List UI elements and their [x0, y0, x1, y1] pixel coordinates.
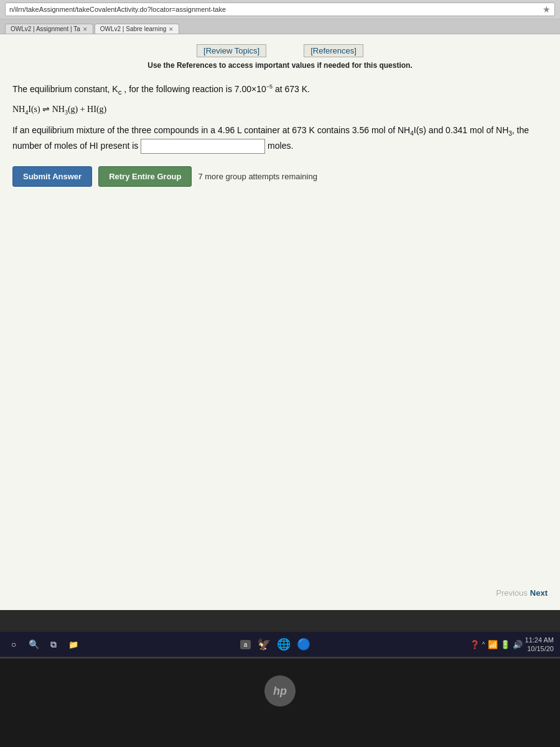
next-button[interactable]: Next	[530, 588, 548, 598]
search-icon[interactable]: 🔍	[26, 637, 41, 652]
page-content: [Review Topics] [References] Use the Ref…	[0, 34, 560, 610]
browser-window: n/ilrn/takeAssignment/takeCovalentActivi…	[0, 0, 560, 610]
taskbar-chrome-icon[interactable]: 🔵	[297, 637, 310, 651]
start-button[interactable]: ○	[6, 637, 21, 652]
answer-input[interactable]	[141, 139, 265, 154]
superscript-neg5: −5	[266, 83, 273, 90]
tab-2-close[interactable]: ✕	[169, 26, 174, 32]
tab-2-label: OWLv2 | Sabre learning	[100, 26, 167, 32]
sys-tray: ❓ ^ 📶 🔋 🔊 11:24 AM 10/15/20	[470, 636, 554, 654]
reference-note: Use the References to access important v…	[12, 61, 548, 70]
taskbar-btn-label: a	[244, 641, 248, 648]
wifi-icon[interactable]: 📶	[488, 640, 498, 649]
taskbar-edge-icon[interactable]: 🌐	[277, 637, 291, 651]
caret-icon[interactable]: ^	[482, 641, 485, 648]
nav-arrows: Previous Next	[496, 588, 548, 598]
bookmark-icon[interactable]: ★	[543, 4, 551, 14]
time-display: 11:24 AM	[525, 636, 554, 644]
hp-logo: hp	[264, 675, 296, 707]
sub-4: 4	[25, 109, 28, 116]
address-bar[interactable]: n/ilrn/takeAssignment/takeCovalentActivi…	[5, 2, 555, 16]
tabs-bar: OWLv2 | Assignment | Ta ✕ OWLv2 | Sabre …	[0, 19, 560, 34]
hp-logo-area: hp	[261, 672, 299, 710]
tab-2[interactable]: OWLv2 | Sabre learning ✕	[95, 24, 180, 34]
tab-1-close[interactable]: ✕	[83, 26, 88, 32]
bottom-bezel: hp	[0, 657, 560, 747]
previous-button[interactable]: Previous	[496, 588, 528, 598]
sub-4i: 4	[410, 130, 414, 137]
sub-3: 3	[65, 109, 68, 116]
sub-3b: 3	[508, 130, 512, 137]
references-link[interactable]: [References]	[304, 44, 363, 57]
tab-1[interactable]: OWLv2 | Assignment | Ta ✕	[5, 24, 93, 34]
url-text: n/ilrn/takeAssignment/takeCovalentActivi…	[9, 6, 226, 13]
taskbar: ○ 🔍 ⧉ 📁 a 🦅 🌐 🔵 ❓ ^ 📶 🔋 🔊 11:24 AM 10/15…	[0, 632, 560, 657]
clock: 11:24 AM 10/15/20	[525, 636, 554, 654]
volume-icon[interactable]: 🔊	[513, 640, 523, 649]
moles-label: moles.	[268, 141, 293, 151]
browser-chrome: n/ilrn/takeAssignment/takeCovalentActivi…	[0, 0, 560, 19]
retry-entire-group-button[interactable]: Retry Entire Group	[98, 166, 192, 187]
files-icon[interactable]: 📁	[66, 637, 81, 652]
reaction-equation: NH4I(s) ⇌ NH3(g) + HI(g)	[12, 104, 548, 116]
review-topics-link[interactable]: [Review Topics]	[197, 44, 266, 57]
battery-icon[interactable]: 🔋	[500, 640, 510, 649]
attempts-remaining: 7 more group attempts remaining	[198, 172, 317, 181]
taskbar-center: a 🦅 🌐 🔵	[86, 637, 465, 651]
question-icon[interactable]: ❓	[470, 640, 480, 649]
date-display: 10/15/20	[525, 644, 554, 653]
problem-text: If an equilibrium mixture of the three c…	[12, 123, 548, 154]
tab-1-label: OWLv2 | Assignment | Ta	[11, 26, 80, 32]
buttons-row: Submit Answer Retry Entire Group 7 more …	[12, 166, 548, 187]
question-block: The equilibrium constant, Kc , for the f…	[12, 82, 548, 154]
taskview-icon[interactable]: ⧉	[46, 637, 61, 652]
kc-statement: The equilibrium constant, Kc , for the f…	[12, 82, 548, 98]
subscript-c: c	[118, 88, 122, 96]
taskbar-browser-icon[interactable]: 🦅	[257, 637, 271, 651]
top-links-bar: [Review Topics] [References]	[12, 44, 548, 57]
submit-answer-button[interactable]: Submit Answer	[12, 166, 92, 187]
